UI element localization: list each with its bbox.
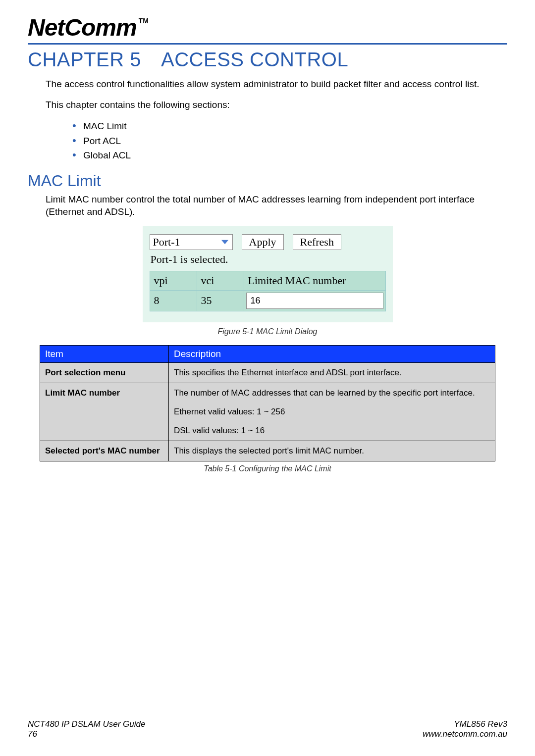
desc-main: The number of MAC addresses that can be … [174,388,475,398]
intro-paragraph-1: The access control functionalities allow… [46,78,507,91]
page-footer: NCT480 IP DSLAM User Guide 76 YML856 Rev… [28,719,507,739]
toc-item: MAC Limit [72,119,507,133]
col-limited-mac: Limited MAC number [244,271,385,290]
table-header-row: vpi vci Limited MAC number [150,271,385,290]
table-row: Selected port's MAC number This displays… [40,441,495,461]
footer-left: NCT480 IP DSLAM User Guide 76 [28,719,145,739]
desc-cell: This specifies the Ethernet interface an… [169,362,495,383]
table-row: 8 35 [150,290,385,311]
section-body: Limit MAC number control the total numbe… [46,193,507,218]
dialog-status-text: Port-1 is selected. [151,253,386,266]
footer-page-number: 76 [28,729,145,739]
chapter-prefix: CHAPTER 5 [28,49,141,70]
toc-item: Global ACL [72,148,507,162]
table-row: Port selection menu This specifies the E… [40,362,495,383]
chapter-title: ACCESS CONTROL [161,49,348,70]
footer-right: YML856 Rev3 www.netcomm.com.au [423,719,507,739]
head-item: Item [40,345,169,362]
header-divider [28,43,507,45]
mac-limit-table: vpi vci Limited MAC number 8 35 [150,271,386,311]
cell-vci: 35 [197,290,244,311]
footer-url: www.netcomm.com.au [423,729,507,739]
trademark-symbol: TM [139,17,149,25]
port-select-value: Port-1 [153,236,180,249]
table-header-row: Item Description [40,345,495,362]
intro-paragraph-2: This chapter contains the following sect… [46,99,507,111]
limited-mac-input[interactable] [246,293,383,309]
desc-cell: The number of MAC addresses that can be … [169,383,495,441]
section-toc: MAC Limit Port ACL Global ACL [72,119,507,162]
cell-vpi: 8 [150,290,197,311]
chevron-down-icon [218,236,231,249]
table-caption: Table 5-1 Configuring the MAC Limit [28,464,507,473]
cell-limited-mac [244,290,385,311]
svg-marker-0 [221,240,228,244]
port-select[interactable]: Port-1 [150,234,233,250]
footer-revision: YML856 Rev3 [423,719,507,729]
refresh-button[interactable]: Refresh [293,234,341,250]
desc-sub-ethernet: Ethernet valid values: 1 ~ 256 [174,407,490,417]
col-vci: vci [197,271,244,290]
apply-button[interactable]: Apply [242,234,284,250]
desc-cell: This displays the selected port's limit … [169,441,495,461]
brand-logo: NetComm TM [28,14,507,41]
desc-sub-dsl: DSL valid values: 1 ~ 16 [174,426,490,436]
col-vpi: vpi [150,271,197,290]
head-description: Description [169,345,495,362]
item-cell: Port selection menu [40,362,169,383]
toc-item: Port ACL [72,134,507,148]
table-row: Limit MAC number The number of MAC addre… [40,383,495,441]
section-heading-mac-limit: MAC Limit [28,172,507,190]
logo-text: NetComm [28,14,137,41]
chapter-heading: CHAPTER 5ACCESS CONTROL [28,49,507,71]
mac-limit-dialog: Port-1 Apply Refresh Port-1 is selected.… [143,226,393,322]
dialog-toolbar: Port-1 Apply Refresh [150,234,386,250]
footer-guide-title: NCT480 IP DSLAM User Guide [28,719,145,729]
item-cell: Limit MAC number [40,383,169,441]
document-page: NetComm TM CHAPTER 5ACCESS CONTROL The a… [0,0,535,756]
item-cell: Selected port's MAC number [40,441,169,461]
description-table: Item Description Port selection menu Thi… [40,345,495,461]
figure-caption: Figure 5-1 MAC Limit Dialog [28,327,507,336]
